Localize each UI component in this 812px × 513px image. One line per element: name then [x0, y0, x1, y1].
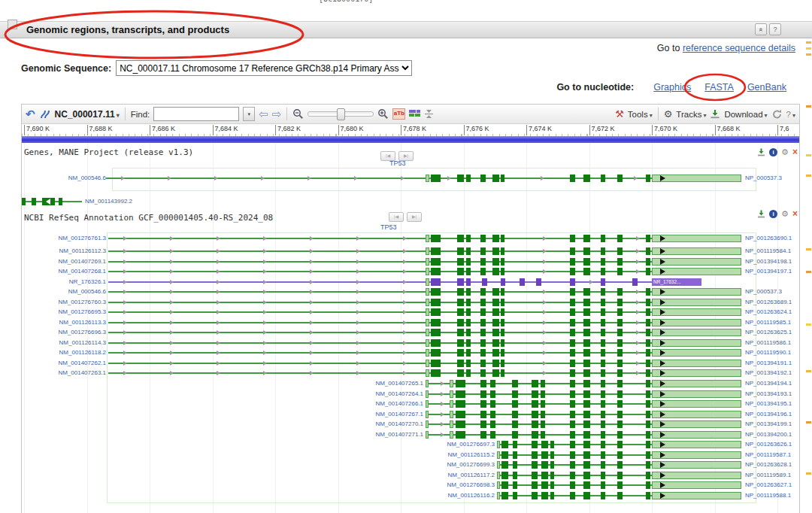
strand-arrow-icon — [354, 176, 358, 181]
transcript-label[interactable]: NM_001407268.1 — [8, 268, 106, 275]
product-label[interactable]: NP_001394200.1 — [745, 431, 792, 438]
gene-label[interactable]: TP53 — [380, 223, 397, 231]
genomic-sequence-select[interactable]: NC_000017.11 Chromosome 17 Reference GRC… — [116, 60, 412, 76]
transcript-label[interactable]: NM_001276699.3 — [397, 461, 495, 468]
product-label[interactable]: NP_001119589.1 — [745, 472, 791, 478]
transcript-line[interactable] — [497, 484, 656, 486]
section-help-button[interactable]: ? — [769, 23, 781, 35]
download-track-icon[interactable] — [757, 210, 765, 218]
exon — [497, 492, 500, 499]
nr-end-box[interactable]: NR_17632... — [652, 278, 701, 286]
product-label[interactable]: NP_001394191.1 — [745, 360, 792, 366]
reference-sequence-details-link[interactable]: reference sequence details — [683, 43, 795, 53]
transcript-label[interactable]: NM_001407270.1 — [326, 420, 423, 427]
product-label[interactable]: NP_001394196.1 — [745, 411, 792, 417]
product-label[interactable]: NP_001119588.1 — [745, 492, 791, 499]
transcript-label[interactable]: NM_001126118.2 — [8, 349, 106, 356]
transcript-label[interactable]: NM_001276761.3 — [8, 235, 106, 241]
goto-nucleotide-row: Go to nucleotide:GraphicsFASTAGenBank — [556, 82, 786, 93]
transcript-line[interactable] — [497, 464, 656, 466]
transcript-label[interactable]: NM_001126116.2 — [397, 492, 495, 499]
transcript-label[interactable]: NM_001126117.2 — [397, 472, 495, 478]
product-label[interactable]: NP_001263628.1 — [745, 461, 792, 468]
transcript-label[interactable]: NM_001126113.3 — [8, 319, 106, 326]
transcript-label[interactable]: NM_001407262.1 — [8, 360, 106, 366]
product-label[interactable]: NP_001263626.1 — [745, 441, 792, 448]
track-toolbar: i ⚙ × — [757, 209, 798, 218]
transcript-label[interactable]: NM_001126112.3 — [8, 247, 106, 254]
section-toggle[interactable] — [8, 20, 17, 29]
exon — [532, 380, 538, 387]
transcript-label[interactable]: NM_001276696.3 — [8, 329, 106, 335]
close-track-icon[interactable]: × — [792, 209, 798, 218]
transcript-label[interactable]: NM_001276695.3 — [8, 308, 106, 315]
transcript-label[interactable]: NM_001407263.1 — [8, 369, 106, 376]
product-label[interactable]: NP_001119585.1 — [745, 319, 791, 326]
product-label[interactable]: NP_001119590.1 — [745, 349, 791, 356]
product-label[interactable]: NP_000537.3 — [745, 175, 782, 181]
genbank-link[interactable]: GenBank — [747, 82, 786, 93]
product-label[interactable]: NP_001394198.1 — [745, 258, 792, 265]
transcript-label[interactable]: NM_001126114.3 — [8, 339, 106, 346]
graphics-link[interactable]: Graphics — [653, 82, 691, 93]
exon — [583, 349, 590, 357]
product-label[interactable]: NP_001119586.1 — [745, 339, 791, 346]
transcript-line[interactable] — [497, 475, 656, 476]
strand-arrow-icon — [217, 351, 220, 355]
exon — [646, 380, 650, 387]
close-track-icon[interactable]: × — [792, 147, 798, 156]
product-label[interactable]: NP_001263689.1 — [745, 299, 792, 305]
exon — [541, 411, 545, 418]
transcript-label[interactable]: NM_001407264.1 — [326, 390, 423, 397]
transcript-label[interactable]: NM_001407269.1 — [8, 258, 106, 265]
transcript-label[interactable]: NM_001407266.1 — [326, 400, 423, 407]
exon — [583, 288, 590, 296]
transcript-label[interactable]: NM_000546.6 — [8, 288, 106, 295]
exon — [450, 431, 453, 439]
product-label[interactable]: NP_001394192.1 — [745, 369, 792, 376]
product-label[interactable]: NP_001394193.1 — [745, 390, 792, 397]
transcript-label[interactable]: NM_001276760.3 — [8, 299, 106, 305]
product-label[interactable]: NP_001394199.1 — [745, 420, 792, 427]
transcript-label[interactable]: NM_001407265.1 — [326, 380, 423, 387]
transcript-label[interactable]: NM_001407267.1 — [326, 411, 423, 417]
product-label[interactable]: NP_001263625.1 — [745, 329, 792, 335]
exon — [646, 360, 650, 367]
collapse-section-button[interactable]: « — [755, 23, 767, 35]
transcript-line[interactable] — [497, 454, 656, 456]
transcript-line[interactable] — [497, 495, 656, 496]
strand-arrow-icon — [310, 249, 314, 253]
gene-label[interactable]: TP53 — [389, 159, 406, 167]
gear-icon[interactable]: ⚙ — [781, 148, 789, 156]
strand-arrow-icon — [308, 176, 311, 181]
fasta-link[interactable]: FASTA — [704, 82, 734, 93]
product-label[interactable]: NP_001119584.1 — [745, 247, 791, 254]
product-label[interactable]: NP_001263624.1 — [745, 308, 792, 315]
exon — [617, 461, 623, 469]
product-label[interactable]: NP_001119587.1 — [745, 451, 791, 458]
transcript-label[interactable]: NR_176326.1 — [8, 278, 106, 285]
gear-icon[interactable]: ⚙ — [781, 210, 789, 218]
info-icon[interactable]: i — [769, 210, 777, 218]
track-page-prev-button[interactable]: |◀ — [389, 212, 404, 222]
product-label[interactable]: NP_001263627.1 — [745, 481, 792, 488]
exon — [501, 441, 508, 448]
transcript-label[interactable]: NM_001407271.1 — [326, 431, 423, 438]
exon — [457, 369, 464, 377]
product-label[interactable]: NP_001394194.1 — [745, 380, 792, 387]
strand-arrow-icon — [310, 351, 314, 355]
track-page-next-button[interactable]: ▶| — [407, 212, 422, 222]
transcript-label[interactable]: NM_001126115.2 — [397, 451, 495, 458]
product-label[interactable]: NP_001394195.1 — [745, 400, 792, 407]
transcript-label[interactable]: NM_001143992.2 — [85, 198, 132, 205]
download-track-icon[interactable] — [757, 148, 765, 156]
transcript-label[interactable]: NM_001276697.3 — [397, 441, 495, 448]
product-label[interactable]: NP_000537.3 — [745, 288, 782, 295]
transcript-line[interactable] — [497, 444, 656, 445]
transcript-label[interactable]: NM_001276698.3 — [397, 481, 495, 488]
product-label[interactable]: NP_001394197.1 — [745, 268, 792, 275]
info-icon[interactable]: i — [769, 148, 777, 156]
product-label[interactable]: NP_001263690.1 — [745, 235, 792, 241]
exon — [480, 360, 486, 367]
transcript-label[interactable]: NM_000546.6 — [8, 175, 106, 181]
